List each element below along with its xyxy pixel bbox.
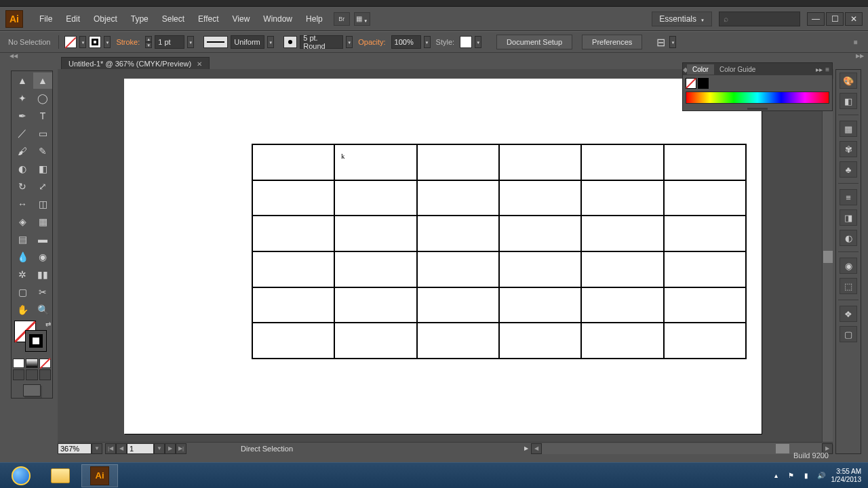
minimize-button[interactable]: — <box>807 12 825 26</box>
panels-collapse-icon[interactable]: ▶▶ <box>856 53 864 59</box>
draw-normal-icon[interactable] <box>13 369 24 380</box>
line-segment-tool[interactable]: ／ <box>13 125 32 142</box>
width-tool[interactable]: ↔ <box>13 196 32 212</box>
rectangle-tool[interactable]: ▭ <box>33 125 52 142</box>
align-dropdown[interactable] <box>669 36 676 48</box>
fill-dropdown[interactable] <box>79 36 86 48</box>
perspective-grid-tool[interactable]: ▦ <box>33 214 52 230</box>
prev-artboard-button[interactable]: ◀ <box>116 443 127 454</box>
menu-window[interactable]: Window <box>256 12 299 26</box>
none-mode-icon[interactable] <box>39 359 51 368</box>
slice-tool[interactable]: ✂ <box>33 284 52 300</box>
stroke-profile-dropdown[interactable] <box>267 36 274 48</box>
close-button[interactable]: ✕ <box>845 12 863 26</box>
tab-close-icon[interactable]: ✕ <box>197 60 202 68</box>
first-artboard-button[interactable]: |◀ <box>105 443 116 454</box>
zoom-level-input[interactable]: 367% <box>58 443 92 454</box>
color-guide-panel-icon[interactable]: ◧ <box>840 93 857 109</box>
align-icon[interactable]: ⊟ <box>654 36 667 48</box>
color-mode-icon[interactable] <box>13 359 24 368</box>
artboard-dropdown[interactable]: ▼ <box>154 443 165 454</box>
volume-icon[interactable]: 🔊 <box>816 471 826 481</box>
stroke-weight-dropdown[interactable] <box>187 36 194 48</box>
draw-inside-icon[interactable] <box>39 369 51 380</box>
workspace-switcher[interactable]: Essentials <box>652 12 712 26</box>
menu-type[interactable]: Type <box>124 12 155 26</box>
stroke-color-swatch[interactable] <box>25 330 47 352</box>
color-panel-icon[interactable]: 🎨 <box>840 73 857 89</box>
shape-builder-tool[interactable]: ◈ <box>13 214 32 230</box>
system-clock[interactable]: 3:55 AM 1/24/2013 <box>831 468 862 484</box>
pen-tool[interactable]: ✒ <box>13 108 32 124</box>
stroke-weight-stepper[interactable]: ▲▼ <box>145 36 152 48</box>
toolbox-collapse-icon[interactable]: ◀◀ <box>9 53 18 59</box>
blob-brush-tool[interactable]: ◐ <box>13 161 32 177</box>
brushes-panel-icon[interactable]: ✾ <box>840 141 857 157</box>
stroke-weight-input[interactable]: 1 pt <box>155 35 184 49</box>
panel-fill-swatch[interactable] <box>686 78 696 89</box>
style-dropdown[interactable] <box>475 36 481 48</box>
style-swatch[interactable] <box>460 36 472 48</box>
swap-fill-stroke-icon[interactable]: ⇄ <box>45 321 51 328</box>
taskbar-illustrator[interactable]: Ai <box>81 464 118 487</box>
color-guide-tab[interactable]: Color Guide <box>714 64 761 75</box>
document-tab[interactable]: Untitled-1* @ 367% (CMYK/Preview) ✕ <box>61 57 210 70</box>
opacity-label[interactable]: Opacity: <box>355 38 388 46</box>
appearance-panel-icon[interactable]: ◉ <box>840 258 857 274</box>
stroke-panel-icon[interactable]: ≡ <box>840 189 857 205</box>
swatches-panel-icon[interactable]: ▦ <box>840 121 857 137</box>
battery-icon[interactable]: ▮ <box>802 471 811 481</box>
artboard-tool[interactable]: ▢ <box>13 284 32 300</box>
magic-wand-tool[interactable]: ✦ <box>13 90 32 106</box>
color-tab[interactable]: Color <box>687 64 714 75</box>
hand-tool[interactable]: ✋ <box>13 302 32 318</box>
arrange-documents-icon[interactable]: ▦ <box>354 12 370 26</box>
fill-swatch[interactable] <box>64 36 77 48</box>
draw-behind-icon[interactable] <box>26 369 37 380</box>
next-artboard-button[interactable]: ▶ <box>165 443 176 454</box>
transparency-panel-icon[interactable]: ◐ <box>840 230 857 246</box>
menu-help[interactable]: Help <box>299 12 330 26</box>
canvas[interactable]: k <box>58 69 833 454</box>
color-spectrum[interactable] <box>686 92 829 104</box>
panel-collapse-icon[interactable]: ▸▸ <box>816 66 823 73</box>
lasso-tool[interactable]: ◯ <box>33 90 52 106</box>
horizontal-scroll-thumb[interactable] <box>776 444 789 453</box>
artboards-panel-icon[interactable]: ▢ <box>840 326 857 342</box>
artboard-number-input[interactable]: 1 <box>127 443 154 454</box>
search-box[interactable]: ⌕ <box>719 12 800 26</box>
zoom-dropdown[interactable]: ▼ <box>92 443 102 454</box>
maximize-button[interactable]: ☐ <box>826 12 844 26</box>
brush-dropdown[interactable] <box>346 36 353 48</box>
panel-stroke-swatch[interactable] <box>698 78 709 89</box>
opacity-input[interactable]: 100% <box>391 35 421 49</box>
eyedropper-tool[interactable]: 💧 <box>13 249 32 265</box>
gradient-panel-icon[interactable]: ◨ <box>840 209 857 226</box>
menu-effect[interactable]: Effect <box>191 12 225 26</box>
menu-object[interactable]: Object <box>87 12 124 26</box>
document-setup-button[interactable]: Document Setup <box>496 35 572 49</box>
horizontal-scrollbar[interactable] <box>542 443 823 454</box>
layers-panel-icon[interactable]: ❖ <box>840 306 857 322</box>
menu-edit[interactable]: Edit <box>59 12 87 26</box>
eraser-tool[interactable]: ◧ <box>33 161 52 177</box>
action-center-icon[interactable]: ⚑ <box>787 471 796 481</box>
brush-definition[interactable]: 5 pt. Round <box>300 35 343 49</box>
screen-mode-icon[interactable] <box>23 384 41 396</box>
zoom-tool[interactable]: 🔍 <box>33 302 52 318</box>
status-menu-icon[interactable]: ▶ <box>521 445 531 451</box>
opacity-dropdown[interactable] <box>424 36 431 48</box>
bridge-icon[interactable]: Br <box>334 12 350 26</box>
menu-view[interactable]: View <box>226 12 257 26</box>
menu-select[interactable]: Select <box>155 12 191 26</box>
stroke-profile[interactable]: Uniform <box>231 35 264 49</box>
stroke-label[interactable]: Stroke: <box>113 38 142 46</box>
rotate-tool[interactable]: ↻ <box>13 178 32 195</box>
type-tool[interactable]: T <box>33 108 52 124</box>
vertical-scroll-thumb[interactable] <box>823 251 833 263</box>
control-bar-menu-icon[interactable]: ≡ <box>849 36 863 48</box>
tray-expand-icon[interactable]: ▴ <box>772 471 781 481</box>
panel-resize-grip[interactable] <box>683 106 832 110</box>
menu-file[interactable]: File <box>33 12 59 26</box>
vertical-scrollbar[interactable]: ▲ ▼ <box>822 69 833 454</box>
